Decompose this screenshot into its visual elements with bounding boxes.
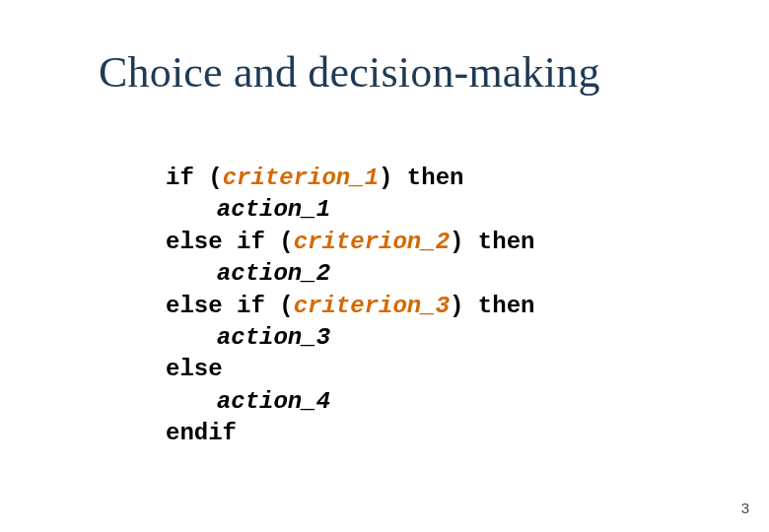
action-4: action_4 <box>217 388 330 415</box>
code-line-3: else if (criterion_2) then <box>166 227 534 258</box>
action-3: action_3 <box>217 324 330 351</box>
code-line-2: action_1 <box>166 194 534 226</box>
code-line-8: action_4 <box>166 386 534 418</box>
kw-if: if <box>166 165 208 191</box>
paren-open-2: ( <box>279 229 293 255</box>
code-line-1: if (criterion_1) then <box>166 163 534 194</box>
code-line-4: action_2 <box>166 258 534 290</box>
code-line-6: action_3 <box>166 322 534 354</box>
code-line-9: endif <box>166 418 534 449</box>
code-line-7: else <box>166 354 534 385</box>
code-block: if (criterion_1) then action_1 else if (… <box>166 163 534 450</box>
kw-elseif-1: else if <box>166 229 279 255</box>
criterion-3: criterion_3 <box>294 293 450 319</box>
action-2: action_2 <box>217 260 330 287</box>
page-number: 3 <box>741 499 749 516</box>
code-line-5: else if (criterion_3) then <box>166 291 534 322</box>
paren-then-1: ) then <box>379 165 463 191</box>
paren-then-2: ) then <box>450 229 534 255</box>
criterion-2: criterion_2 <box>294 229 450 255</box>
paren-then-3: ) then <box>450 293 534 319</box>
slide: Choice and decision-making if (criterion… <box>0 0 769 532</box>
kw-else: else <box>166 356 223 382</box>
kw-endif: endif <box>166 420 237 446</box>
slide-title: Choice and decision-making <box>99 47 600 98</box>
criterion-1: criterion_1 <box>223 165 379 191</box>
action-1: action_1 <box>217 196 330 223</box>
kw-elseif-2: else if <box>166 293 279 319</box>
paren-open-3: ( <box>279 293 293 319</box>
paren-open-1: ( <box>208 165 222 191</box>
